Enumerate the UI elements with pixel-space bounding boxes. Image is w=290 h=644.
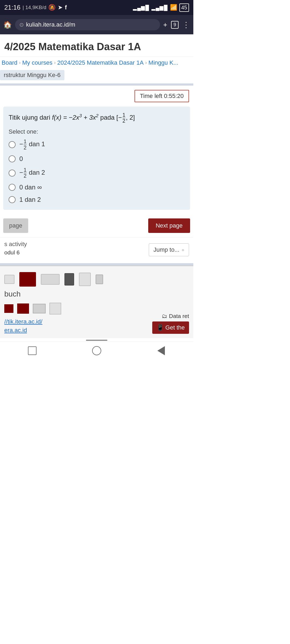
battery-indicator: 45	[179, 3, 189, 12]
question-card: Titik ujung dari f(x) = −2x3 + 3x2 pada …	[3, 107, 190, 210]
get-the-button[interactable]: 📱 Get the	[152, 321, 189, 334]
option-2[interactable]: 0	[9, 155, 185, 163]
footer-icon-4	[64, 273, 74, 286]
new-tab-button[interactable]: +	[163, 21, 167, 29]
jump-to-label: Jump to...	[153, 246, 179, 253]
page-header: 4/2025 Matematika Dasar 1A	[0, 34, 193, 57]
breadcrumb-mycourses[interactable]: My courses	[21, 58, 54, 67]
nav-square-button[interactable]	[26, 344, 39, 357]
signal-bars-2: ▂▄▆█	[151, 5, 168, 11]
browser-url-bar[interactable]: ⊙ kuliah.itera.ac.id/m	[15, 19, 160, 30]
footer-icon-8	[17, 303, 29, 314]
breadcrumb: Board › My courses › 2024/2025 Matematik…	[0, 57, 193, 69]
activity-sub: odul 6	[4, 249, 27, 256]
footer-icon-9	[33, 304, 46, 313]
mute-icon: 🔕	[48, 4, 56, 11]
footer-link-era[interactable]: era.ac.id	[4, 327, 61, 334]
next-page-button[interactable]: Next page	[148, 218, 190, 233]
footer-icon-3	[41, 274, 60, 285]
status-data-speed: | 14,9KB/d	[23, 5, 46, 10]
nav-home-button[interactable]	[90, 344, 103, 357]
question-prefix: Titik ujung dari	[9, 114, 52, 121]
section-divider	[0, 83, 193, 86]
send-icon: ➤	[58, 4, 63, 11]
option-1[interactable]: −12 dan 1	[9, 139, 185, 150]
browser-url-text: kuliah.itera.ac.id/m	[26, 21, 75, 28]
footer-divider	[0, 263, 193, 265]
folder-icon: 🗂	[162, 313, 167, 319]
question-suffix: pada [−12, 2]	[100, 114, 135, 121]
signal-bars-1: ▂▄▆█	[133, 5, 149, 11]
jump-to-select[interactable]: Jump to... ⬦	[149, 243, 189, 256]
radio-4[interactable]	[9, 184, 16, 191]
radio-1[interactable]	[9, 141, 16, 148]
footer-links: //tik.itera.ac.id/ era.ac.id	[4, 302, 61, 334]
sub-breadcrumb: rstruktur Minggu Ke-6	[0, 69, 193, 83]
option-5[interactable]: 1 dan 2	[9, 196, 185, 203]
option-2-label: 0	[19, 155, 23, 163]
option-4[interactable]: 0 dan ∞	[9, 184, 185, 191]
footer-icon-7	[4, 304, 13, 313]
footer-icon-row-1	[0, 266, 193, 289]
nav-square-icon	[28, 346, 37, 355]
get-the-label: Get the	[165, 324, 185, 331]
question-function: f(x) = −2x3 + 3x2	[52, 114, 100, 121]
wifi-icon: 📶	[170, 4, 177, 11]
browser-home-button[interactable]: 🏠	[3, 21, 12, 29]
breadcrumb-board[interactable]: Board	[0, 58, 19, 67]
option-3[interactable]: −12 dan 2	[9, 167, 185, 179]
home-indicator	[0, 338, 193, 341]
breadcrumb-minggu[interactable]: Minggu K...	[147, 58, 180, 67]
breadcrumb-course[interactable]: 2024/2025 Matematika Dasar 1A	[56, 58, 145, 67]
radio-3[interactable]	[9, 170, 16, 177]
page-title: 4/2025 Matematika Dasar 1A	[4, 41, 189, 53]
status-left: 21:16 | 14,9KB/d 🔕 ➤ f	[4, 4, 67, 11]
nav-back-icon	[157, 346, 165, 355]
page-content: 4/2025 Matematika Dasar 1A Board › My co…	[0, 34, 193, 360]
footer-right: 🗂 Data ret 📱 Get the	[152, 313, 189, 334]
footer-icon-10	[49, 303, 61, 314]
radio-2[interactable]	[9, 155, 16, 162]
data-ret-label: 🗂 Data ret	[162, 313, 189, 319]
android-nav-bar	[0, 341, 193, 360]
status-right: ▂▄▆█ ▂▄▆█ 📶 45	[133, 3, 189, 12]
footer-bottom-row: //tik.itera.ac.id/ era.ac.id 🗂 Data ret …	[0, 298, 193, 338]
select-arrow-icon: ⬦	[182, 247, 184, 253]
browser-menu-button[interactable]: ⋮	[182, 20, 190, 29]
activity-label: s activity	[4, 241, 27, 248]
footer-icon-row-2	[4, 302, 61, 317]
select-one-label: Select one:	[9, 128, 185, 135]
mobile-icon: 📱	[157, 324, 164, 331]
option-1-label: −12 dan 1	[19, 139, 45, 150]
radio-5[interactable]	[9, 196, 16, 203]
footer-icon-6	[96, 275, 103, 284]
option-4-label: 0 dan ∞	[19, 184, 42, 191]
footer-icon-2	[19, 272, 36, 287]
url-security-icon: ⊙	[19, 21, 24, 28]
option-3-label: −12 dan 2	[19, 167, 45, 179]
sub-breadcrumb-tag: rstruktur Minggu Ke-6	[0, 70, 64, 80]
footer-area: buch //tik.itera.ac.id/ era.ac.id 🗂 Data…	[0, 265, 193, 338]
footer-icon-1	[4, 275, 15, 284]
option-5-label: 1 dan 2	[19, 196, 41, 203]
browser-bar: 🏠 ⊙ kuliah.itera.ac.id/m + 9 ⋮	[0, 15, 193, 34]
footer-buch-text: buch	[0, 289, 193, 298]
home-line	[86, 340, 107, 341]
time-left-wrapper: Time left 0:55:20	[0, 86, 193, 104]
footer-link-tik[interactable]: //tik.itera.ac.id/	[4, 318, 61, 325]
time-left-box: Time left 0:55:20	[135, 90, 189, 102]
options-list: −12 dan 1 0 −12 dan 2 0 dan ∞	[9, 139, 185, 203]
nav-back-button[interactable]	[155, 344, 168, 357]
activity-section: s activity odul 6 Jump to... ⬦	[0, 237, 193, 263]
nav-circle-icon	[92, 346, 101, 355]
browser-actions: + 9 ⋮	[163, 20, 190, 29]
tab-count-badge[interactable]: 9	[171, 21, 179, 29]
status-time: 21:16	[4, 4, 20, 11]
question-text: Titik ujung dari f(x) = −2x3 + 3x2 pada …	[9, 112, 185, 124]
nav-buttons: page Next page	[0, 214, 193, 237]
facebook-icon: f	[65, 4, 67, 11]
status-bar: 21:16 | 14,9KB/d 🔕 ➤ f ▂▄▆█ ▂▄▆█ 📶 45	[0, 0, 193, 15]
prev-page-button[interactable]: page	[3, 218, 28, 233]
footer-icon-5	[79, 273, 91, 286]
